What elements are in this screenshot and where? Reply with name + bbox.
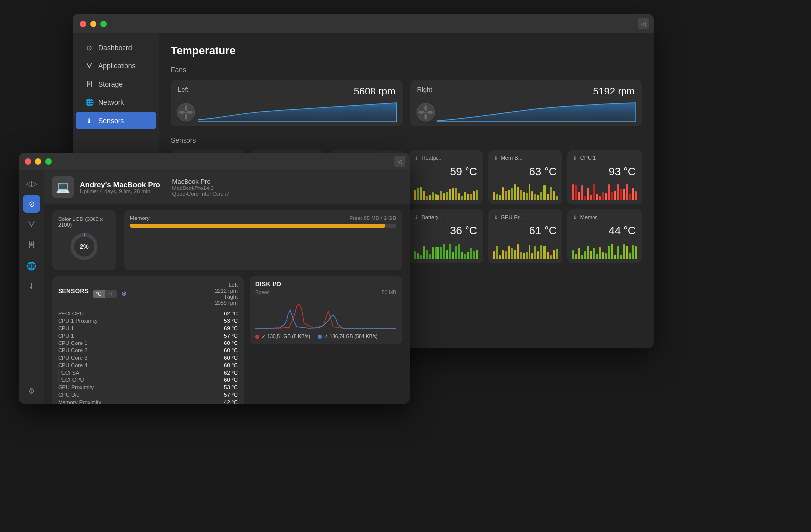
sensor-list-row: CPU 1 69 °C xyxy=(58,324,238,332)
sensor-card: 🌡 Heatpi... 59 °C xyxy=(409,150,483,204)
sensor-temp: 63 °C xyxy=(493,165,558,178)
fan-card-left: Left 5608 rpm xyxy=(171,80,403,126)
celsius-button[interactable]: °C xyxy=(93,290,105,298)
disk-speed-label: Speed xyxy=(255,290,270,295)
sidebar-item-network[interactable]: 🌐 Network xyxy=(76,94,156,111)
sensor-list-row: CPU 1 57 °C xyxy=(58,332,238,339)
sensor-list-row: GPU Die 57 °C xyxy=(58,391,238,398)
sensor-row-value: 62 °C xyxy=(224,370,238,376)
disk-read-value: 130,51 GB (8 KB/s) xyxy=(267,334,310,339)
applications-icon xyxy=(85,62,94,70)
sensor-bars xyxy=(414,242,478,259)
fahrenheit-button[interactable]: °F xyxy=(105,290,117,298)
sensor-list-row: PECI GPU 60 °C xyxy=(58,376,238,383)
mini-sidebar-settings[interactable]: ⚙ xyxy=(23,382,40,400)
sensor-row-name: PECI SA xyxy=(58,370,79,376)
sensor-list-row: CPU 1 Proximity 53 °C xyxy=(58,317,238,324)
disk-title: DISK I/O xyxy=(255,281,396,288)
fan-right-label: Right xyxy=(417,86,432,93)
device-bar: 💻 Andrey's MacBook Pro Uptime: 4 days, 9… xyxy=(44,170,410,204)
fans-left-mini-label: Left xyxy=(229,282,238,288)
sensor-list-row: CPU Core 1 60 °C xyxy=(58,339,238,346)
main-titlebar: ◁ xyxy=(73,14,654,33)
device-name: Andrey's MacBook Pro xyxy=(80,180,160,188)
fan-right-chart xyxy=(437,101,636,122)
sensor-name: CPU 1 xyxy=(580,155,596,161)
mini-sidebar-apps[interactable] xyxy=(23,216,40,233)
sensor-card: 🌡 Mem B... 63 °C xyxy=(488,150,562,204)
storage-icon: 🗄 xyxy=(85,80,94,89)
minimize-button[interactable] xyxy=(90,21,96,27)
sensor-row-name: CPU 1 Proximity xyxy=(58,318,98,324)
close-button[interactable] xyxy=(80,21,86,27)
fan-left-chart xyxy=(198,101,397,122)
display-info: Color LCD (3360 x 2100) xyxy=(58,216,110,228)
sidebar-label-sensors: Sensors xyxy=(98,117,124,125)
cpu-section: Color LCD (3360 x 2100) 2% Memory Free: … xyxy=(44,204,410,276)
sensor-list-row: Memory Proximity 42 °C xyxy=(58,398,238,404)
disk-write-legend: ↗ 186,74 GB (584 KB/s) xyxy=(318,334,378,339)
fan-right-icon xyxy=(416,103,435,122)
cpu-donut: 2% xyxy=(69,232,99,261)
sensor-card: 🌡 CPU 1 93 °C xyxy=(567,150,642,204)
disk-write-value: 186,74 GB (584 KB/s) xyxy=(330,334,378,339)
sensor-card: 🌡 GPU Pr... 61 °C xyxy=(488,209,562,263)
fans-right-mini-label: Right xyxy=(225,294,238,300)
sensor-row-name: GPU Proximity xyxy=(58,384,94,390)
fans-right-mini-rpm: 2059 rpm xyxy=(215,300,238,306)
sensor-row-name: CPU 1 xyxy=(58,325,74,331)
device-icon: 💻 xyxy=(52,176,74,198)
maximize-button[interactable] xyxy=(100,21,107,27)
sensor-row-name: GPU Die xyxy=(58,392,79,398)
small-close-button[interactable] xyxy=(25,158,31,165)
page-title: Temperature xyxy=(171,44,642,57)
network-icon: 🌐 xyxy=(85,98,94,107)
sensor-row-name: CPU Core 4 xyxy=(58,362,87,368)
mini-sidebar-network[interactable]: 🌐 xyxy=(23,257,40,275)
small-maximize-button[interactable] xyxy=(45,158,52,165)
small-minimize-button[interactable] xyxy=(35,158,41,165)
sidebar-item-storage[interactable]: 🗄 Storage xyxy=(76,75,156,93)
device-cpu: Quad-Core Intel Core i7 xyxy=(172,191,230,197)
collapse-sidebar-button[interactable]: ◁ xyxy=(638,18,649,29)
sensors-icon: 🌡 xyxy=(85,116,94,125)
sensors-section-title: Sensors xyxy=(171,136,642,144)
mini-sidebar-storage[interactable]: 🗄 xyxy=(23,236,40,254)
fans-row: Left 5608 rpm xyxy=(171,80,642,126)
sensor-list-row: CPU Core 3 60 °C xyxy=(58,354,238,361)
sidebar-item-sensors[interactable]: 🌡 Sensors xyxy=(76,112,156,129)
sensor-bars xyxy=(414,183,478,200)
sensor-card: 🌡 Memor... 44 °C xyxy=(567,209,642,263)
disk-chart xyxy=(255,296,396,331)
fan-left-icon xyxy=(177,103,195,122)
sidebar-item-dashboard[interactable]: ⊙ Dashboard xyxy=(76,39,156,57)
small-collapse-button[interactable]: ◁ xyxy=(394,156,405,167)
fan-right-rpm: 5192 rpm xyxy=(593,86,635,97)
sensor-name: GPU Pr... xyxy=(501,214,524,220)
fan-card-right: Right 5192 rpm xyxy=(410,80,642,126)
sensor-row-value: 53 °C xyxy=(224,318,238,324)
fans-left-mini-rpm: 2212 rpm xyxy=(215,288,238,294)
disk-speed-max: 50 MB xyxy=(382,290,396,295)
sensor-row-value: 60 °C xyxy=(224,377,238,383)
sensor-row-value: 60 °C xyxy=(224,355,238,361)
sensor-temp: 93 °C xyxy=(572,165,637,178)
sensor-row-value: 57 °C xyxy=(224,333,238,339)
mini-sidebar-overview[interactable]: ⊙ xyxy=(23,195,40,213)
disk-io-panel: DISK I/O Speed 50 MB xyxy=(250,276,402,404)
device-model: MacBook Pro xyxy=(172,178,230,185)
sensor-temp: 36 °C xyxy=(414,224,478,237)
sensor-temp: 59 °C xyxy=(414,165,478,178)
sensor-list-row: GPU Proximity 53 °C xyxy=(58,383,238,391)
temp-unit-toggle: °C °F xyxy=(93,290,117,298)
mini-sidebar-collapse[interactable]: ◁▷ xyxy=(23,174,40,192)
disk-card: DISK I/O Speed 50 MB xyxy=(250,276,402,344)
sensor-row-value: 42 °C xyxy=(224,399,238,404)
sensors-panel-title: SENSORS xyxy=(58,288,89,295)
memory-bar-fill xyxy=(130,224,385,228)
small-titlebar: ◁ xyxy=(19,153,410,170)
sidebar-item-applications[interactable]: Applications xyxy=(76,57,156,75)
mini-sidebar-sensors[interactable]: 🌡 xyxy=(23,278,40,295)
fan-left-label: Left xyxy=(178,86,188,93)
sensor-bars xyxy=(493,183,558,200)
